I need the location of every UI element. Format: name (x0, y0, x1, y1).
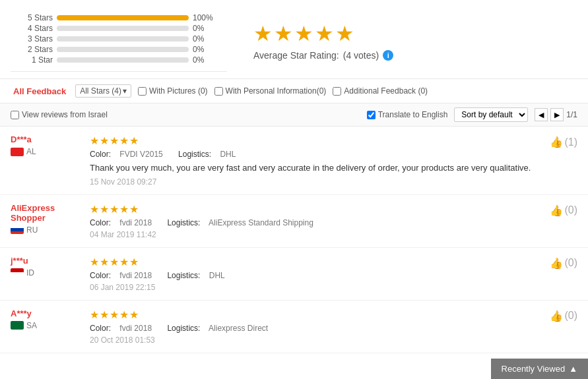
all-feedback-btn[interactable]: All Feedback (11, 85, 69, 98)
like-btn[interactable]: 👍 (0) (550, 204, 577, 217)
country-code: ID (26, 268, 34, 277)
avg-rating-section: ★ ★ ★ ★ ★ Average Star Rating: (4 votes)… (227, 7, 393, 72)
review-star-2: ★ (100, 308, 109, 321)
filter-bar: All Feedback All Stars (4) ▾ With Pictur… (0, 79, 588, 103)
reviewer-name[interactable]: D***a (11, 134, 83, 144)
like-btn[interactable]: 👍 (0) (550, 257, 577, 270)
rating-bar-row: 4 Stars 0% (21, 24, 216, 33)
prev-page-btn[interactable]: ◀ (535, 108, 548, 121)
avg-label-text: Average Star Rating: (253, 50, 339, 61)
bar-pct: 0% (193, 24, 216, 33)
reviewer-col: A***y SA (11, 308, 83, 345)
reviewer-name[interactable]: A***y (11, 308, 83, 318)
star1: ★ (253, 21, 273, 46)
rating-label: 5 Stars (21, 13, 53, 22)
like-area: 👍 (0) (538, 308, 577, 345)
review-star-4: ★ (119, 203, 129, 216)
like-btn[interactable]: 👍 (1) (550, 136, 577, 148)
review-item: j***u ID ★★★★★ Color: fvdi 2018 Logistic… (0, 248, 588, 301)
color-value: fvdi 2018 (119, 218, 152, 227)
info-icon[interactable]: i (383, 50, 393, 61)
like-count: (0) (564, 257, 577, 269)
reviewer-country: ID (11, 268, 83, 277)
reviewer-col: D***a AL (11, 134, 83, 187)
with-pictures-label: With Pictures (0) (149, 86, 208, 96)
chevron-down-icon: ▾ (123, 86, 127, 96)
review-star-4: ★ (119, 134, 129, 147)
with-personal-label: With Personal Information(0) (226, 86, 327, 96)
review-star-2: ★ (100, 203, 109, 216)
ratings-bars: 5 Stars 100% 4 Stars 0% 3 Stars 0% 2 Sta… (11, 7, 227, 72)
review-star-1: ★ (90, 134, 99, 147)
bar-fill (57, 15, 189, 20)
translate-label[interactable]: Translate to English (367, 110, 448, 119)
bar-track (57, 26, 189, 31)
review-stars: ★★★★★ (90, 308, 538, 321)
additional-feedback-filter[interactable]: Additional Feedback (0) (333, 86, 428, 96)
like-area: 👍 (0) (538, 256, 577, 292)
review-star-5: ★ (129, 256, 139, 268)
rating-bar-row: 2 Stars 0% (21, 45, 216, 54)
review-star-3: ★ (110, 134, 119, 147)
page-info: 1/1 (566, 110, 577, 119)
color-label: Color: (90, 218, 111, 227)
reviewer-country: SA (11, 321, 83, 330)
next-page-btn[interactable]: ▶ (550, 108, 564, 121)
like-area: 👍 (1) (538, 134, 577, 187)
like-count: (0) (564, 204, 577, 216)
review-item: D***a AL ★★★★★ Color: FVDI V2015 Logisti… (0, 127, 588, 195)
translate-checkbox[interactable] (367, 111, 376, 119)
with-pictures-checkbox[interactable] (138, 87, 147, 96)
translate-text: Translate to English (378, 110, 448, 119)
logistics-value: Aliexpress Direct (209, 324, 268, 333)
color-value: fvdi 2018 (119, 324, 152, 333)
bar-pct: 0% (193, 34, 216, 44)
flag-icon (11, 148, 24, 156)
all-stars-label: All Stars (4) (80, 86, 121, 96)
additional-feedback-label: Additional Feedback (0) (344, 86, 428, 96)
like-btn[interactable]: 👍 (0) (550, 310, 577, 322)
logistics-label: Logistics: (167, 218, 200, 227)
view-israel-checkbox[interactable] (11, 111, 19, 119)
bar-pct: 100% (193, 13, 216, 22)
votes-label: (4 votes) (343, 50, 379, 61)
logistics-value: DHL (209, 271, 225, 280)
color-label: Color: (90, 324, 111, 333)
view-israel-label[interactable]: View reviews from Israel (11, 110, 108, 119)
review-item: AliExpress Shopper RU ★★★★★ Color: fvdi … (0, 195, 588, 248)
thumb-up-icon: 👍 (550, 310, 563, 322)
review-star-1: ★ (90, 203, 99, 216)
review-stars: ★★★★★ (90, 203, 538, 216)
review-meta: Color: FVDI V2015 Logistics: DHL (90, 150, 538, 159)
israel-right: Translate to English Sort by default ◀ ▶… (367, 107, 577, 122)
reviews-section: D***a AL ★★★★★ Color: FVDI V2015 Logisti… (0, 127, 588, 353)
review-stars: ★★★★★ (90, 256, 538, 268)
thumb-up-icon: 👍 (550, 204, 563, 217)
reviewer-name[interactable]: AliExpress Shopper (11, 203, 83, 223)
color-value: fvdi 2018 (119, 271, 152, 280)
israel-left: View reviews from Israel (11, 110, 108, 119)
color-value: FVDI V2015 (119, 150, 162, 159)
review-date: 15 Nov 2018 09:27 (90, 177, 538, 187)
all-stars-dropdown[interactable]: All Stars (4) ▾ (75, 84, 131, 98)
page-nav: ◀ ▶ 1/1 (535, 108, 577, 121)
with-pictures-filter[interactable]: With Pictures (0) (138, 86, 208, 96)
review-star-1: ★ (90, 256, 99, 268)
with-personal-checkbox[interactable] (214, 87, 223, 96)
bar-track (57, 47, 189, 52)
additional-feedback-checkbox[interactable] (333, 87, 341, 96)
review-star-2: ★ (100, 134, 109, 147)
logistics-value: DHL (220, 150, 236, 159)
thumb-up-icon: 👍 (550, 136, 563, 148)
with-personal-filter[interactable]: With Personal Information(0) (214, 86, 327, 96)
country-code: RU (26, 225, 38, 235)
thumb-up-icon: 👍 (550, 257, 563, 270)
rating-label: 2 Stars (21, 45, 53, 54)
bar-pct: 0% (193, 45, 216, 54)
sort-select[interactable]: Sort by default (454, 107, 528, 122)
review-meta: Color: fvdi 2018 Logistics: Aliexpress D… (90, 324, 538, 333)
review-star-5: ★ (129, 203, 139, 216)
avg-label: Average Star Rating: (4 votes) i (253, 50, 393, 61)
flag-icon (11, 225, 24, 234)
reviewer-name[interactable]: j***u (11, 256, 83, 266)
